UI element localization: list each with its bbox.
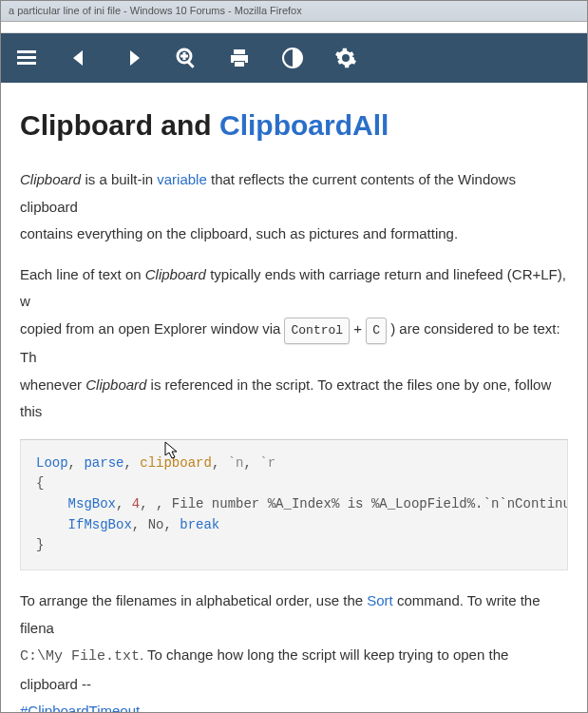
browser-chrome-strip	[1, 22, 587, 33]
kbd-control: Control	[284, 318, 350, 345]
back-icon[interactable]	[64, 42, 96, 74]
gear-icon[interactable]	[330, 42, 362, 74]
title-plain: Clipboard and	[20, 109, 219, 141]
page-title: Clipboard and ClipboardAll	[20, 109, 568, 142]
variable-link[interactable]: variable	[157, 171, 207, 187]
svg-rect-10	[235, 62, 244, 67]
svg-rect-4	[187, 61, 195, 68]
code-block-loop: Loop, parse, clipboard, `n, `r { MsgBox,…	[20, 439, 568, 570]
svg-rect-6	[180, 55, 188, 58]
forward-icon[interactable]	[117, 42, 149, 74]
page-content: Clipboard and ClipboardAll Clipboard is …	[1, 83, 587, 713]
paragraph-sort: To arrange the filenames in alphabetical…	[20, 588, 568, 713]
svg-rect-2	[17, 62, 36, 65]
paragraph-intro: Clipboard is a built-in variable that re…	[20, 166, 568, 248]
svg-rect-7	[234, 49, 245, 54]
clipboard-timeout-link[interactable]: #ClipboardTimeout	[20, 703, 140, 713]
inline-path: C:\My File.txt	[20, 648, 140, 665]
toolbar	[1, 33, 587, 83]
print-icon[interactable]	[223, 42, 256, 74]
svg-rect-0	[17, 50, 36, 53]
window-title: a particular line of ini file - Windows …	[9, 5, 302, 16]
paragraph-crlf: Each line of text on Clipboard typically…	[20, 261, 568, 426]
clipboard-em: Clipboard	[20, 171, 81, 187]
title-link[interactable]: ClipboardAll	[219, 109, 389, 141]
kbd-c: C	[366, 318, 387, 345]
menu-icon[interactable]	[10, 42, 43, 74]
window-titlebar: a particular line of ini file - Windows …	[1, 1, 587, 22]
svg-rect-1	[17, 56, 36, 59]
contrast-icon[interactable]	[276, 42, 309, 74]
sort-link[interactable]: Sort	[367, 592, 393, 608]
zoom-icon[interactable]	[170, 42, 202, 74]
